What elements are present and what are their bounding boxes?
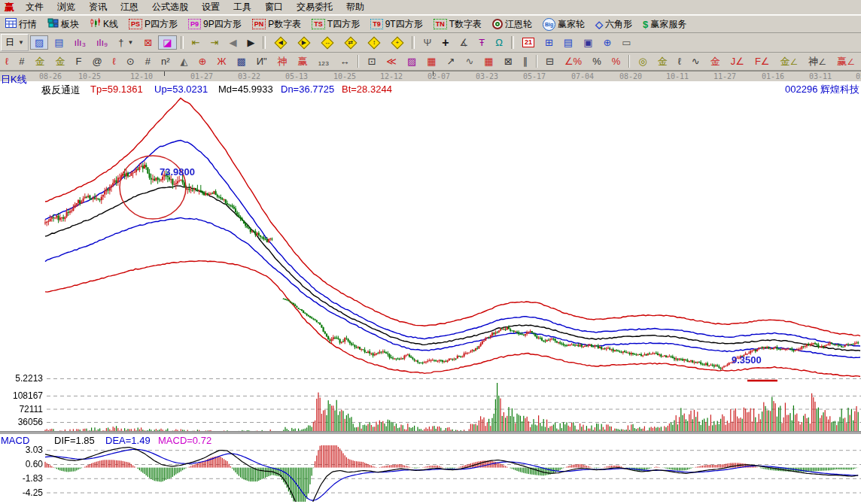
toolbar-button-gann-wheel[interactable]: 江恩轮 (488, 16, 537, 33)
blocks-icon (47, 18, 59, 30)
tool-trend-rays[interactable]: ↗ (443, 54, 460, 68)
tool-n-square-gauge[interactable]: n² (157, 54, 175, 68)
tool-gold-gauge-2[interactable]: 金 (50, 54, 69, 68)
toolbar-button-p-square[interactable]: PSP四方形 (124, 16, 182, 33)
tool-shen-angle[interactable]: 神∠ (804, 54, 831, 68)
tool-gold-circle-tool[interactable]: ◎ (634, 54, 651, 68)
menu-item-2[interactable]: 浏览 (50, 0, 82, 16)
toolbar-button-sectors[interactable]: 板块 (43, 16, 84, 33)
menu-item-6[interactable]: 设置 (195, 0, 227, 16)
tool-wave-mark-tool[interactable]: И" (252, 54, 272, 68)
period-label: 日 (5, 36, 14, 49)
tool-prev-bar[interactable]: ◀ (224, 35, 241, 50)
tool-zoom-vertical[interactable]: ↕ (363, 34, 385, 51)
net-update-icon: ⊕ (603, 38, 611, 47)
tool-zoom-left[interactable]: ◀ (269, 34, 291, 51)
tool-chart-window-toggle[interactable]: ▨ (30, 35, 48, 50)
toolbar-button-winner-wheel[interactable]: Big赢家轮 (538, 16, 589, 33)
toolbar-button-9t-square[interactable]: T99T四方形 (366, 16, 427, 33)
tool-percent-line[interactable]: % (607, 54, 625, 68)
tool-gold-angle[interactable]: 金∠ (776, 54, 803, 68)
tool-gann-grid[interactable]: ▦ (422, 54, 440, 68)
tool-measure-tool[interactable]: ∡ (455, 35, 473, 50)
tool-ying-angle[interactable]: 赢∠ (832, 54, 859, 68)
tool-zoom-swap[interactable]: ⇄ (339, 34, 361, 51)
tool-ink-tool[interactable]: ℓ (674, 54, 686, 68)
tool-j-angle[interactable]: J∠ (726, 54, 749, 68)
tool-tick-ruler[interactable]: # (14, 54, 29, 68)
tool-marker-pen[interactable]: ℓ (108, 54, 120, 68)
tool-period-day-dropdown[interactable]: 日▼ (1, 34, 29, 51)
tool-calendar[interactable]: 21 (518, 35, 539, 50)
tool-save[interactable]: ▣ (579, 35, 597, 50)
tool-percent-tool[interactable]: % (588, 54, 606, 68)
tool-pen-tool[interactable]: ℓ (1, 54, 13, 68)
toolbar-button-p-number-table[interactable]: PNP数字表 (248, 16, 306, 33)
macd-pane-title: MACD (1, 435, 29, 446)
tool-parallel-lines[interactable]: ∥ (519, 54, 533, 68)
tool-target-tool[interactable]: ⊕ (194, 54, 211, 68)
menu-item-5[interactable]: 公式选股 (145, 0, 195, 16)
tool-zoom-horizontal[interactable]: ↔ (316, 34, 338, 51)
tool-gold-gauge-1[interactable]: 金 (30, 54, 49, 68)
tool-ying-gauge[interactable]: 赢 (294, 54, 312, 68)
tool-red-grid[interactable]: ▦ (479, 54, 497, 68)
gold-gauge-1-icon: 金 (35, 56, 44, 66)
tool-shen-gauge[interactable]: 神 (273, 54, 292, 68)
tool-wave-fit-tool[interactable]: ∿ (687, 54, 704, 68)
tool-candle-type-dropdown[interactable]: †▼ (114, 35, 138, 50)
tool-box-arrow[interactable]: ⊠ (500, 54, 517, 68)
tool-web-tool[interactable]: Ж (212, 54, 230, 68)
tool-net-update[interactable]: ⊕ (598, 35, 616, 50)
tool-zoom-right[interactable]: ▶ (293, 34, 315, 51)
tool-neural-tool[interactable]: Ω (491, 35, 507, 50)
tool-crosshair-tool[interactable]: + (437, 35, 453, 51)
tool-pattern-9[interactable]: ılı₉ (92, 35, 112, 50)
tool-gann-box[interactable]: ▨ (403, 54, 421, 68)
toolbar-button-winner-service[interactable]: $赢家服务 (638, 16, 691, 33)
menu-item-4[interactable]: 江恩 (114, 0, 145, 16)
tool-notepad[interactable]: ▤ (559, 35, 577, 50)
toolbar-button-t-square[interactable]: TST四方形 (307, 16, 364, 33)
tool-fan-lines[interactable]: ≪ (382, 54, 401, 68)
tool-box-tool[interactable]: ⊡ (363, 54, 380, 68)
toolbar-button-hexagon[interactable]: ◇六角形 (591, 16, 637, 33)
tool-grid-web-tool[interactable]: ▩ (232, 54, 250, 68)
tool-angle-gauge[interactable]: ◭ (176, 54, 193, 68)
tool-gann-t-tool[interactable]: Ŧ (474, 35, 489, 50)
menu-item-8[interactable]: 窗口 (258, 0, 290, 16)
toolbar-button-t-number-table[interactable]: TNT数字表 (429, 16, 486, 33)
menu-item-3[interactable]: 资讯 (82, 0, 114, 16)
tool-spiral-tool[interactable]: @ (87, 54, 106, 68)
tool-pattern-3[interactable]: ılı₃ (70, 35, 90, 50)
tool-hand-tool[interactable]: Ψ (418, 35, 436, 50)
tool-span-measure[interactable]: ↔ (335, 54, 354, 68)
tool-color-chart[interactable]: ◪ (158, 35, 176, 50)
tool-info-panel[interactable]: ▤ (50, 35, 68, 50)
tool-remote-data[interactable]: ▭ (617, 35, 635, 50)
menu-item-1[interactable]: 文件 (19, 0, 50, 16)
tool-f-angle[interactable]: F∠ (750, 54, 774, 68)
tool-first-bar[interactable]: ⇤ (187, 35, 205, 50)
tool-next-bar[interactable]: ▶ (242, 35, 259, 50)
tool-zoom-all[interactable]: + (386, 34, 408, 51)
tool-zigzag-tool[interactable]: ∿ (461, 54, 478, 68)
tool-gann-frame[interactable]: ⊠ (139, 35, 157, 50)
tool-fib-gauge[interactable]: F (71, 54, 86, 68)
menu-item-9[interactable]: 交易委托 (290, 0, 339, 16)
tool-number-ruler[interactable]: ₁₂₃ (314, 54, 334, 68)
menu-item-7[interactable]: 工具 (227, 0, 258, 16)
toolbar-button-kline[interactable]: K线 (85, 16, 123, 33)
tool-gold-underline[interactable]: 金 (706, 54, 725, 68)
tool-last-bar[interactable]: ⇥ (205, 35, 223, 50)
toolbar-button-quotes[interactable]: 行情 (1, 16, 41, 33)
toolbar-button-9p-square[interactable]: P99P四方形 (184, 16, 246, 33)
tool-cycle-gauge[interactable]: ⊙ (122, 54, 139, 68)
pen-tool-icon: ℓ (5, 56, 8, 66)
menu-item-10[interactable]: 帮助 (339, 0, 371, 16)
tool-gold-line-tool[interactable]: 金 (653, 54, 672, 68)
tool-tick-ruler-2[interactable]: # (141, 54, 155, 68)
tool-stat-panel[interactable]: ⊟ (541, 54, 558, 68)
tool-data-table[interactable]: ⊞ (540, 35, 558, 50)
tool-percent-angle[interactable]: ∠% (560, 54, 586, 68)
